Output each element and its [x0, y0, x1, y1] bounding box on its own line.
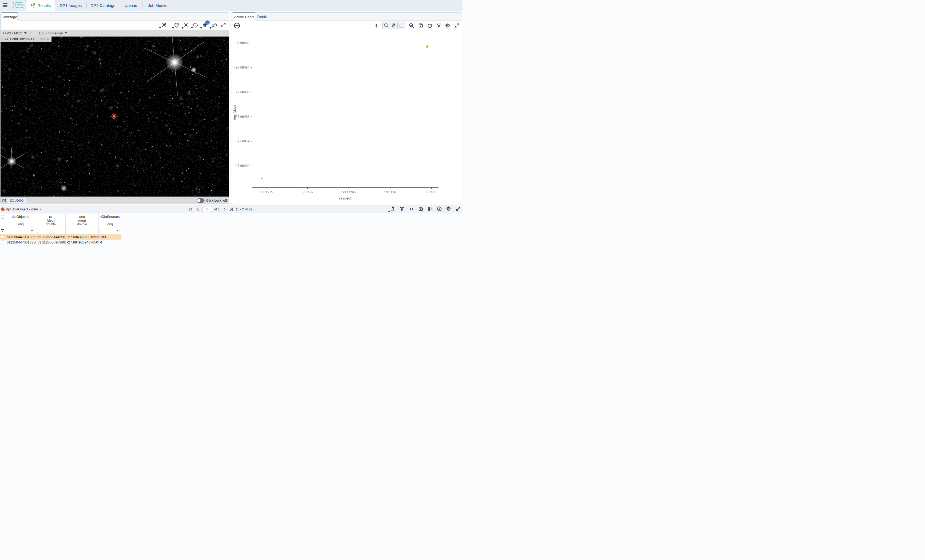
caret-down-icon	[31, 230, 33, 231]
tools-icon[interactable]	[161, 22, 167, 28]
sky-image-viewport[interactable]: LSSTComCam: DP1 r FOV:6.6'	[0, 36, 229, 197]
column-header-diaObjectId[interactable]: diaObjectId long	[5, 214, 36, 227]
table-tab[interactable]: dp1.DiaObject - data ×	[1, 205, 42, 213]
click-lock-label: Click Lock: off	[206, 199, 227, 203]
nav-tab-job-monitor[interactable]: Job Monitor	[143, 0, 174, 11]
table-toolbar: TT	[390, 206, 461, 212]
first-page-button[interactable]	[188, 207, 193, 212]
select-region-icon[interactable]	[193, 22, 198, 28]
svg-text:−27.68492: −27.68492	[234, 164, 250, 168]
popout-icon[interactable]	[2, 199, 6, 203]
nav-tab-results[interactable]: Results	[26, 0, 55, 11]
results-sparkline-icon	[30, 3, 36, 8]
row-select-cell	[0, 234, 5, 239]
hips-mode-dropdown[interactable]: HiPS / MOC	[3, 31, 27, 35]
row-checkbox[interactable]	[1, 240, 4, 244]
next-page-button[interactable]	[222, 207, 227, 212]
unlink-icon[interactable]	[211, 22, 217, 28]
settings-gear-icon[interactable]	[446, 206, 452, 212]
select-all-checkbox[interactable]	[1, 215, 4, 219]
filter-input-diaObjectId[interactable]	[7, 228, 35, 233]
table-row[interactable]: 611256447031838045 53.11275509038854 -27…	[0, 239, 121, 245]
cell-ra: 53.11255514455679	[36, 234, 66, 239]
top-nav: Results DP1 Images DP1 Catalogs Upload J…	[0, 0, 462, 11]
chart-content: 1X 53.1127553.112753.1126553.112653.1125…	[231, 21, 462, 204]
tab-coverage[interactable]: Coverage	[1, 12, 18, 21]
filter-icon[interactable]	[399, 206, 405, 212]
coordinate-readout: EQ-J2000:	[8, 198, 26, 203]
cell-diaObjectId: 611256447031836758	[5, 234, 36, 239]
coverage-panel: Coverage	[0, 12, 229, 204]
projection-dropdown[interactable]: Equ / Spherical	[39, 31, 67, 35]
svg-text:−27.6849: −27.6849	[236, 140, 250, 143]
column-header-nDiaSources[interactable]: nDiaSources long	[99, 214, 121, 227]
image-status-bar: EQ-J2000: Click Lock: off	[0, 197, 229, 204]
cell-dec: -27.68482288916528	[66, 234, 99, 239]
color-palette-icon[interactable]	[174, 22, 179, 28]
scatter-plot[interactable]: 53.1127553.112753.1126553.112653.11255−2…	[231, 27, 462, 203]
hips-options-bar: HiPS / MOC Equ / Spherical	[0, 30, 229, 36]
click-lock-toggle[interactable]	[197, 198, 205, 203]
filter-gutter-cell	[0, 227, 5, 234]
caret-down-icon	[209, 27, 212, 29]
data-point-default[interactable]	[261, 177, 263, 179]
prev-page-button[interactable]	[195, 207, 200, 212]
column-header-dec[interactable]: dec (deg) double	[66, 214, 99, 227]
nav-tab-dp1-catalogs[interactable]: DP1 Catalogs	[87, 0, 119, 11]
inspect-icon[interactable]	[390, 206, 396, 212]
table-status-dot	[1, 207, 5, 211]
chart-panel: Active Chart Details	[231, 12, 462, 204]
row-range-label: (1 - 2 of 2)	[236, 207, 252, 211]
nav-tab-dp1-images[interactable]: DP1 Images	[55, 0, 86, 11]
nav-tab-upload[interactable]: Upload	[119, 0, 143, 11]
cell-diaObjectId: 611256447031838045	[5, 240, 36, 245]
expand-icon[interactable]	[220, 22, 226, 28]
filter-input-nDiaSources[interactable]	[99, 228, 119, 233]
layers-count-badge: 10	[205, 21, 210, 24]
table-section: dp1.DiaObject - data × of 1 (1 - 2 of 2)	[0, 205, 462, 280]
pagination: of 1 (1 - 2 of 2)	[188, 205, 252, 213]
svg-text:53.11275: 53.11275	[259, 191, 273, 194]
caret-down-icon	[200, 27, 202, 29]
text-options-icon[interactable]: TT	[408, 206, 414, 212]
table-row[interactable]: 611256447031836758 53.11255514455679 -27…	[0, 234, 121, 239]
cell-ra: 53.11275509038854	[36, 240, 66, 245]
row-checkbox[interactable]	[1, 235, 4, 239]
table-filter-row	[0, 227, 121, 234]
tab-active-chart[interactable]: Active Chart	[233, 12, 255, 21]
table-bottom-border	[0, 245, 462, 245]
target-marker-icon	[110, 112, 118, 120]
cell-dec: -27.684930248765077	[66, 240, 99, 245]
table-titlebar: dp1.DiaObject - data × of 1 (1 - 2 of 2)	[0, 205, 462, 213]
table-close-icon[interactable]: ×	[39, 207, 42, 212]
cell-nDiaSources: 4	[99, 240, 121, 245]
tab-details[interactable]: Details	[255, 12, 271, 21]
filter-input-ra[interactable]	[37, 228, 64, 233]
data-point-highlighted[interactable]	[426, 45, 428, 48]
caret-down-icon	[191, 27, 193, 29]
save-icon[interactable]	[418, 206, 423, 212]
table-header-row: diaObjectId long ra (deg) double dec (de…	[0, 213, 121, 227]
svg-text:1X: 1X	[410, 24, 412, 26]
expand-icon[interactable]	[455, 206, 461, 212]
nav-tab-label: Results	[38, 3, 51, 8]
caret-down-icon	[159, 27, 161, 29]
page-number-input[interactable]	[202, 206, 212, 212]
svg-text:53.11255: 53.11255	[425, 191, 438, 194]
svg-text:−27.68484: −27.68484	[234, 66, 250, 69]
caret-down-icon	[24, 32, 27, 34]
data-table: diaObjectId long ra (deg) double dec (de…	[0, 213, 121, 245]
filter-input-dec[interactable]	[67, 228, 97, 233]
last-page-button[interactable]	[229, 207, 234, 212]
add-column-icon[interactable]	[427, 206, 433, 212]
menu-hamburger-button[interactable]	[1, 1, 9, 9]
caret-down-icon	[388, 211, 390, 213]
svg-text:−27.68486: −27.68486	[234, 90, 250, 94]
column-header-ra[interactable]: ra (deg) double	[36, 214, 66, 227]
layers-icon[interactable]: 10	[202, 22, 208, 28]
image-info-chip: LSSTComCam: DP1 r FOV:6.6'	[0, 36, 51, 42]
recenter-icon[interactable]	[183, 22, 189, 28]
filter-icon	[1, 229, 4, 232]
svg-text:53.1126: 53.1126	[384, 191, 396, 194]
info-icon[interactable]	[436, 206, 442, 212]
